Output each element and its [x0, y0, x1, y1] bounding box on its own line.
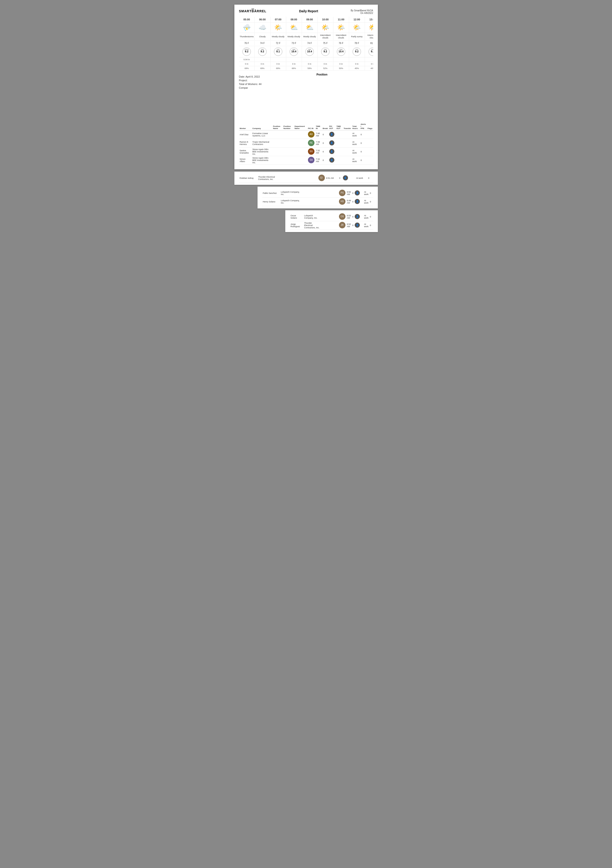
partial-page-2: Pablo Sanchez Lolspeich Company, Inc. PS…: [258, 187, 378, 208]
pic-in: HS: [338, 198, 346, 206]
weather-precip-hour-3: [286, 57, 302, 62]
weather-humidity-2: 69%: [270, 66, 286, 70]
weather-desc-row: Thunderstorms Cloudy Mostly cloudy Mostl…: [239, 33, 373, 40]
worker-name: Santos Granados: [239, 147, 252, 156]
pos-name: [272, 130, 283, 139]
total-hours: 0: [360, 156, 367, 165]
company-name: Lolspeich Company, Inc.: [280, 189, 303, 198]
pos-name: [303, 198, 314, 206]
weather-desc-4: Mostly cloudy: [302, 33, 318, 40]
company-name: Formative Linear Systems, LLC: [252, 130, 272, 139]
additional-workers-table-3: Oscar Solano Lolspeich Company, Inc. OS …: [290, 212, 373, 230]
avatar-pic-in: RE: [308, 140, 314, 146]
avatar-pic-in: HS: [339, 198, 345, 205]
weather-wind-3: NW 10.4: [286, 46, 302, 57]
alerts: [371, 174, 373, 183]
weather-icon-0: ⛈️: [240, 24, 254, 31]
weather-temp-8: 81 F: [365, 41, 373, 45]
weather-precip-2: 0 in: [270, 62, 286, 66]
weather-icon-cell-3: ⛅: [286, 22, 302, 33]
weather-desc-2: Mostly cloudy: [270, 33, 286, 40]
break: 0: [322, 130, 328, 139]
weather-desc-3: Mostly cloudy: [286, 33, 302, 40]
weather-precip-hour-7: [349, 57, 365, 62]
th-alerts-ppe: Alerts /PPE: [360, 122, 367, 130]
pos-name: [272, 147, 283, 156]
break: 0: [351, 189, 354, 198]
weather-wind-1: NW 9.2: [255, 46, 270, 57]
weather-wind-7: NW 9.2: [349, 46, 365, 57]
generated-on: On 4/8/2022: [351, 12, 373, 14]
pic-out: 👤: [354, 198, 360, 206]
avatar-pic-in: SA: [308, 157, 314, 163]
weather-temp-1: 74 F: [255, 41, 270, 45]
weather-precip-row: 0 in 0 in 0 in 0 in 0 in 0 in 0 in 0 in …: [239, 62, 373, 66]
weather-icon-cell-0: ⛈️: [239, 22, 255, 33]
status: At work: [363, 189, 369, 198]
alerts-flags: [367, 156, 373, 165]
weather-time-8: 13:00: [365, 17, 373, 22]
weather-precip-1: 0 in: [255, 62, 270, 66]
weather-temp-row: 76 F 74 F 72 F 73 F 74 F 75 F 76 F 78 F …: [239, 40, 373, 46]
th-break: Break: [322, 122, 328, 130]
weather-temp-5: 75 F: [318, 41, 334, 45]
total-hours: 0: [360, 130, 367, 139]
pos-num: [314, 198, 325, 206]
th-dept-name: Department Name: [294, 122, 307, 130]
company-name: Thunder Electrical Contractors, Inc.: [304, 221, 320, 230]
status: At work: [363, 198, 369, 206]
alerts: [372, 221, 373, 230]
weather-temp-4: 74 F: [302, 41, 318, 45]
weather-icon-cell-7: 🌤️: [349, 22, 365, 33]
weather-precip-hour-5: [318, 57, 334, 62]
weather-temp-6: 76 F: [334, 41, 349, 45]
table-row: Esteban Iedray Thunder Electrical Contra…: [239, 174, 373, 183]
weather-precip-hour-1: [255, 57, 270, 62]
worker-name: Pablo Sanchez: [262, 189, 280, 198]
company-name: Lolspeich Company, Inc.: [280, 198, 303, 206]
weather-desc-5: Intermittent clouds: [318, 33, 334, 40]
alerts: [372, 212, 373, 221]
additional-workers-table-2: Pablo Sanchez Lolspeich Company, Inc. PS…: [262, 189, 373, 206]
avatar-silhouette: 👤: [343, 175, 348, 180]
page-header: SMARTBĀRREL Daily Report By SmartBarrel …: [239, 9, 373, 14]
weather-wind-4: NW 10.4: [302, 46, 318, 57]
total-hours: 0: [369, 189, 372, 198]
weather-icon-5: 🌤️: [318, 24, 333, 31]
avatar-pic-in: AD: [308, 131, 314, 138]
pic-out: 👤: [354, 189, 360, 198]
generated-by: By SmartBarrel NV2A: [351, 9, 373, 12]
avatar-silhouette: 👤: [355, 191, 360, 195]
weather-humidity-5: 52%: [318, 66, 334, 70]
weather-icon-cell-5: 🌤️: [318, 22, 334, 33]
weather-desc-7: Partly sunny: [349, 33, 365, 40]
avatar-pic-in: SG: [308, 148, 314, 155]
pic-out-cell: 👤: [329, 130, 336, 139]
weather-icon-8: 🌤️: [365, 24, 373, 31]
weather-precip-hour-2: [270, 57, 286, 62]
workers-table: Worker Company Position Name Position Nu…: [239, 122, 373, 165]
status-badge: At work: [352, 139, 360, 147]
pos-name: [272, 139, 283, 147]
pos-num: [314, 189, 325, 198]
pos-num: [283, 139, 294, 147]
date-label: Date: April 8, 2022: [239, 75, 262, 78]
weather-time-5: 10:00: [318, 17, 334, 22]
position-title: Position: [271, 73, 373, 76]
time-in: 6:50 AM: [346, 189, 352, 198]
total-hours: 0: [369, 212, 372, 221]
company-name: Stone Again DBA BEE Investments Inc.: [252, 156, 272, 165]
status: At work: [363, 221, 369, 230]
th-company: Company: [252, 122, 272, 130]
app-logo: SMARTBĀRREL: [239, 9, 267, 13]
pic-in: JR: [338, 221, 346, 230]
time-out: [336, 130, 343, 139]
table-row: Ramon E Herrera Tropic Mechanical Contra…: [239, 139, 373, 147]
worker-name: Henry Solano: [262, 198, 280, 206]
time-in: 7:40 AM: [315, 130, 322, 139]
dept-name: [294, 130, 307, 139]
pos-name: [281, 174, 292, 183]
th-position-name: Position Name: [272, 122, 283, 130]
weather-icon-1: ☁️: [255, 24, 270, 31]
break: 0: [351, 212, 354, 221]
